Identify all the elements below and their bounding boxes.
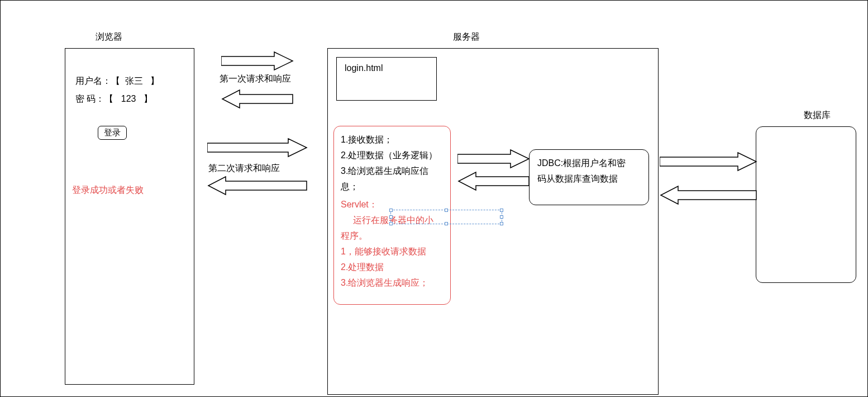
servlet-step1: 1.接收数据； [341, 132, 443, 148]
selection-indicator [390, 210, 502, 224]
login-html-box: login.html [336, 57, 437, 101]
svg-marker-6 [660, 153, 756, 171]
svg-marker-0 [221, 52, 293, 70]
jdbc-line1: JDBC:根据用户名和密 [537, 155, 641, 171]
svg-marker-4 [457, 150, 529, 168]
arrow-left-icon [221, 89, 294, 109]
server-box: login.html 1.接收数据； 2.处理数据（业务逻辑） 3.给浏览器生成… [327, 48, 659, 395]
flow-second-label: 第二次请求和响应 [208, 163, 280, 174]
login-button[interactable]: 登录 [98, 126, 127, 140]
svg-marker-7 [661, 186, 756, 204]
flow-first-label: 第一次请求和响应 [220, 73, 291, 85]
password-label: 密 码：【 123 】 [75, 93, 152, 105]
server-title: 服务器 [453, 31, 480, 43]
username-label: 用户名：【 张三 】 [75, 75, 159, 87]
browser-box: 用户名：【 张三 】 密 码：【 123 】 登录 登录成功或者失败 [65, 48, 194, 385]
login-html-label: login.html [345, 63, 383, 73]
arrow-right-icon [457, 149, 530, 169]
arrow-left-icon [457, 171, 530, 191]
password-value: 123 [121, 94, 136, 103]
arrow-right-icon [207, 138, 308, 158]
servlet-desc-b: 程序。 [341, 228, 443, 244]
database-title: 数据库 [804, 110, 831, 121]
svg-marker-5 [459, 172, 529, 190]
arrow-left-icon [660, 185, 757, 205]
servlet-list3: 3.给浏览器生成响应； [341, 275, 443, 291]
svg-marker-2 [207, 139, 307, 157]
arrow-right-icon [221, 51, 294, 71]
browser-title: 浏览器 [96, 31, 122, 43]
arrow-left-icon [207, 176, 308, 196]
jdbc-line2: 码从数据库查询数据 [537, 171, 641, 187]
username-value: 张三 [125, 76, 143, 86]
servlet-list2: 2.处理数据 [341, 259, 443, 275]
servlet-step3: 3.给浏览器生成响应信息； [341, 163, 443, 195]
diagram-canvas: 浏览器 服务器 数据库 用户名：【 张三 】 密 码：【 123 】 登录 登录… [0, 0, 868, 397]
servlet-list1: 1，能够接收请求数据 [341, 244, 443, 259]
svg-marker-1 [222, 90, 293, 108]
arrow-right-icon [660, 152, 757, 172]
jdbc-box: JDBC:根据用户名和密 码从数据库查询数据 [529, 149, 649, 205]
database-box [756, 126, 856, 283]
servlet-step2: 2.处理数据（业务逻辑） [341, 148, 443, 163]
svg-marker-3 [208, 177, 307, 195]
login-result-text: 登录成功或者失败 [72, 185, 144, 196]
